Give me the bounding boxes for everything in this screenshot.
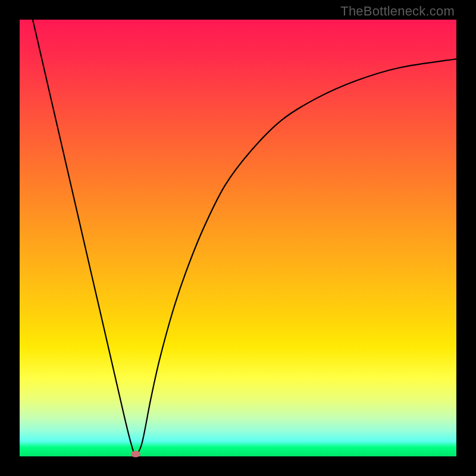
curve-svg xyxy=(20,20,456,456)
watermark-text: TheBottleneck.com xyxy=(340,4,455,19)
plot-area xyxy=(20,20,456,456)
curve-path xyxy=(33,20,456,454)
minimum-marker xyxy=(131,451,140,458)
chart-frame: TheBottleneck.com xyxy=(0,0,476,476)
